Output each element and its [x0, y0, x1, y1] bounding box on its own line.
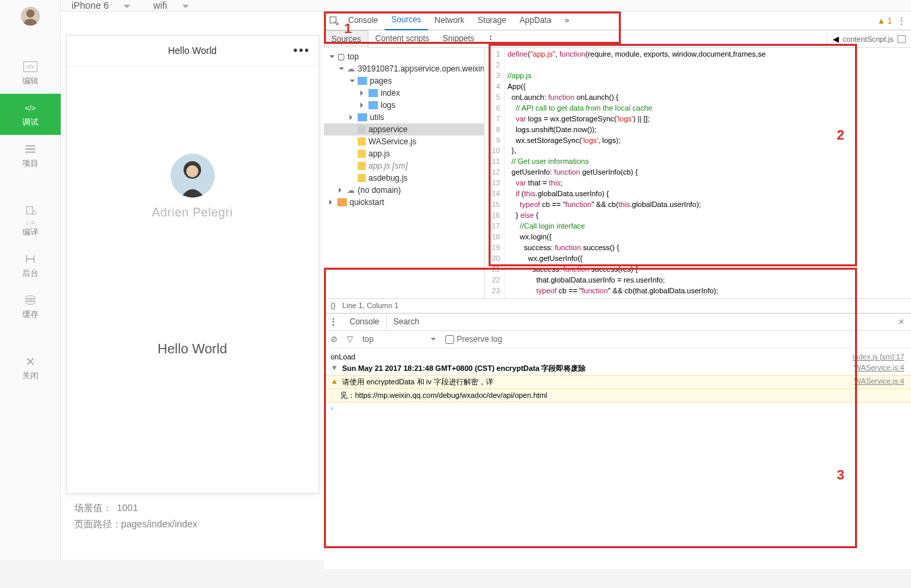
- tree-index[interactable]: index: [324, 87, 484, 99]
- warning-icon: ▲: [331, 377, 338, 387]
- console-warning[interactable]: 见：https://mp.weixin.qq.com/debug/wxadoc/…: [324, 389, 911, 403]
- source-link[interactable]: index.js [sm]:17: [853, 353, 904, 361]
- preserve-log-checkbox[interactable]: Preserve log: [445, 334, 502, 344]
- source-link[interactable]: WAService.js:4: [854, 363, 904, 374]
- tab-appdata[interactable]: AppData: [513, 11, 558, 30]
- body-text: Hello World: [67, 341, 319, 357]
- simulator-pane: Hello World ••• Adrien Pelegri Hello Wor…: [61, 11, 324, 569]
- source-link[interactable]: WAService.js:4: [854, 377, 904, 387]
- scene-value: 1001: [117, 502, 138, 513]
- sidebar-item-compile[interactable]: ○ = 编译: [0, 196, 61, 245]
- sidebar-item-debug[interactable]: </> 调试: [0, 94, 61, 135]
- drawer-tab-search[interactable]: Search: [387, 314, 426, 330]
- sidebar-label: 编译: [22, 227, 38, 237]
- tree-utils[interactable]: utils: [324, 111, 484, 123]
- svg-point-9: [25, 301, 35, 305]
- sidebar-item-edit[interactable]: </> 编辑: [0, 53, 61, 94]
- sidebar-label: 项目: [22, 158, 38, 168]
- more-icon[interactable]: •••: [294, 44, 310, 58]
- svg-text:</>: </>: [26, 64, 34, 70]
- clear-console-icon[interactable]: ⊘: [331, 334, 337, 344]
- editor-status: {}Line 1, Column 1: [324, 298, 911, 313]
- tree-nodomain[interactable]: ☁(no domain): [324, 184, 484, 196]
- code-content[interactable]: define("app.js", function(require, modul…: [505, 48, 911, 298]
- drawer-tab-console[interactable]: Console: [343, 314, 387, 330]
- cache-icon: [23, 294, 38, 306]
- sidebar-label: 后台: [22, 268, 38, 278]
- collapse-icon[interactable]: [898, 35, 906, 43]
- line-gutter: 1234567891011121314151617181920212223: [485, 48, 505, 298]
- console-prompt[interactable]: ›: [324, 403, 911, 413]
- user-avatar[interactable]: [171, 154, 215, 198]
- menu-icon: [23, 143, 38, 155]
- svg-point-0: [26, 9, 34, 18]
- kebab-icon[interactable]: ⋮: [898, 16, 906, 26]
- phone-frame: Hello World ••• Adrien Pelegri Hello Wor…: [66, 35, 319, 494]
- tree-asdebug[interactable]: asdebug.js: [324, 172, 484, 184]
- svg-point-1: [24, 19, 37, 26]
- tree-appjs[interactable]: app.js: [324, 148, 484, 160]
- warning-badge[interactable]: ▲ 1: [877, 16, 892, 26]
- page-title: Hello World: [168, 45, 217, 56]
- sidebar-item-project[interactable]: 项目: [0, 135, 61, 176]
- code-icon: </>: [23, 61, 38, 73]
- subtab-snippets[interactable]: Snippets: [436, 30, 481, 47]
- subtab-content-scripts[interactable]: Content scripts: [368, 30, 436, 47]
- preview-footer: 场景值： 1001 页面路径：pages/index/index: [66, 500, 319, 533]
- top-toolbar: iPhone 6 wifi: [61, 0, 911, 11]
- drawer-close-icon[interactable]: ×: [892, 316, 911, 327]
- file-tree: ▢top ☁391910871.appservice.open.weixin.q…: [324, 48, 485, 298]
- sidebar-item-cache[interactable]: 缓存: [0, 286, 61, 327]
- console-output: onLoad index.js [sm]:17 ▼ Sun May 21 201…: [324, 349, 911, 569]
- device-selector[interactable]: iPhone 6: [61, 0, 142, 11]
- prev-file-icon[interactable]: ◀: [833, 34, 839, 44]
- left-sidebar: </> 编辑 </> 调试 项目 ○ = 编译 后台 缓存 关闭: [0, 0, 61, 560]
- tab-network[interactable]: Network: [428, 11, 471, 30]
- tree-logs[interactable]: logs: [324, 99, 484, 111]
- tab-storage[interactable]: Storage: [471, 11, 513, 30]
- compile-icon: [23, 204, 38, 216]
- tree-top[interactable]: ▢top: [324, 51, 484, 63]
- context-selector[interactable]: top: [362, 334, 436, 344]
- inspect-icon[interactable]: [329, 16, 339, 26]
- page-path: pages/index/index: [121, 519, 198, 529]
- subtab-more[interactable]: ⋮: [481, 34, 500, 44]
- console-drawer: ⋮ Console Search × ⊘ ▽ top Preserve log …: [324, 313, 911, 569]
- console-line[interactable]: ▼ Sun May 21 2017 18:21:48 GMT+0800 (CST…: [324, 362, 911, 375]
- sidebar-label: 调试: [22, 117, 38, 127]
- sidebar-item-close[interactable]: 关闭: [0, 347, 61, 388]
- svg-point-12: [186, 165, 198, 177]
- debug-icon: </>: [23, 102, 38, 114]
- drawer-more-icon[interactable]: ⋮: [324, 317, 343, 326]
- tab-more[interactable]: »: [558, 11, 576, 30]
- tree-quickstart[interactable]: quickstart: [324, 196, 484, 208]
- user-name: Adrien Pelegri: [67, 206, 319, 220]
- tab-sources[interactable]: Sources: [385, 11, 428, 30]
- tree-waservice[interactable]: WAService.js: [324, 136, 484, 148]
- sidebar-item-background[interactable]: 后台: [0, 245, 61, 286]
- tree-appservice[interactable]: appservice: [324, 123, 484, 136]
- svg-text:</>: </>: [25, 104, 36, 112]
- sidebar-label: 关闭: [22, 371, 38, 380]
- tree-appjs-sm[interactable]: app.js [sm]: [324, 160, 484, 172]
- sources-subtabs: Sources Content scripts Snippets ⋮ ◀ con…: [324, 30, 911, 48]
- avatar[interactable]: [21, 7, 40, 26]
- svg-rect-5: [26, 207, 32, 214]
- sidebar-label: 编辑: [22, 76, 38, 86]
- devtools-tabs: Console Sources Network Storage AppData …: [324, 11, 911, 30]
- open-file-tab[interactable]: contentScript.js: [843, 35, 893, 43]
- code-editor[interactable]: 1234567891011121314151617181920212223 de…: [485, 48, 911, 298]
- console-line[interactable]: onLoad index.js [sm]:17: [324, 351, 911, 362]
- close-icon: [23, 355, 38, 368]
- background-icon: [23, 253, 38, 265]
- console-warning[interactable]: ▲ 请使用 encryptedData 和 iv 字段进行解密，详 WAServ…: [324, 375, 911, 389]
- network-selector[interactable]: wifi: [142, 0, 200, 11]
- filter-icon[interactable]: ▽: [347, 334, 353, 344]
- tree-pages[interactable]: pages: [324, 75, 484, 87]
- devtools-pane: 1 2 3 Wxml Sensor Console Sources Networ…: [324, 11, 911, 569]
- tree-domain[interactable]: ☁391910871.appservice.open.weixin.q: [324, 63, 484, 75]
- sidebar-label: 缓存: [22, 310, 38, 319]
